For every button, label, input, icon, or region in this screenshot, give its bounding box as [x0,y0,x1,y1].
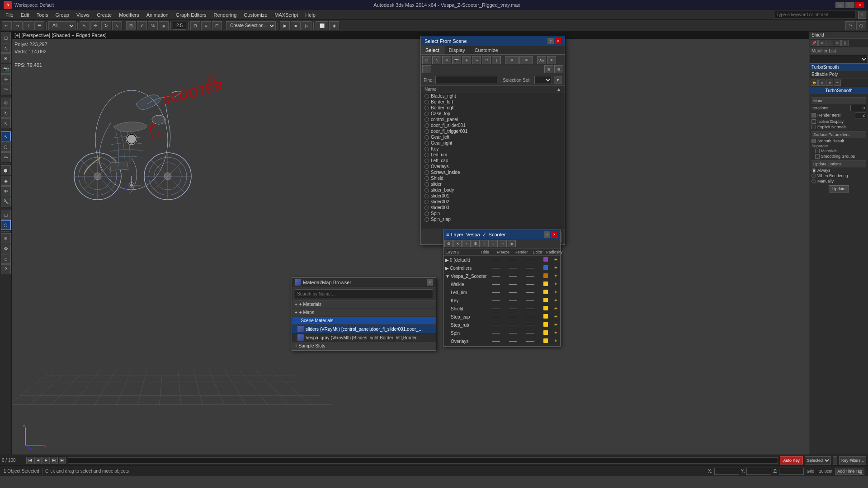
layer-move-up-button[interactable]: ↑ [481,240,489,247]
layer-shield[interactable]: Shield —— —— —— ☀ [443,305,560,313]
mod-lock-button[interactable]: 🔒 [811,80,818,86]
create-spacewarp-button[interactable]: 〜 [1,84,11,94]
explicit-normals-checkbox[interactable] [811,125,816,129]
layer-default[interactable]: ▶ 0 (default) —— —— —— ☀ [443,256,560,264]
render-button[interactable]: ⬜ [316,21,328,30]
layer-manager-button[interactable]: ⊟ [212,21,222,30]
menu-maxscript[interactable]: MAXScript [271,11,302,19]
menu-create[interactable]: Create [93,11,115,19]
align-button[interactable]: ≡ [201,21,211,30]
menu-group[interactable]: Group [52,11,73,19]
z-coord[interactable] [779,468,804,475]
x-coord[interactable] [714,468,739,475]
collapse-button[interactable]: ⊟ [554,65,563,73]
smooth-result-checkbox[interactable] [811,139,816,143]
select-by-name-button[interactable]: ☰ [34,21,44,30]
layer-button[interactable]: ≡ [1,233,11,243]
obj-slider-body[interactable]: slider_body [421,187,565,193]
obj-blades-right[interactable]: Blades_right [421,93,565,99]
filter-frozen-button[interactable]: ❄ [505,56,519,64]
menu-tools[interactable]: Tools [33,11,52,19]
mat-browser-close-button[interactable]: × [427,279,433,286]
snap-button[interactable]: ⊞ [126,21,136,30]
always-radio[interactable] [811,168,816,173]
manually-radio[interactable] [811,179,816,183]
materials-checkbox[interactable] [815,149,820,153]
timeline-track[interactable] [68,457,778,464]
select-object-button[interactable]: ⊹ [24,21,33,30]
mod-history-button[interactable]: ↓ [826,40,833,46]
mat-search-input[interactable] [295,289,433,298]
paint-select-button[interactable]: ✏ [1,152,11,162]
spinner-snap-button[interactable]: ◈ [159,21,169,30]
create-spline-button[interactable]: ∿ [1,43,11,53]
menu-edit[interactable]: Edit [17,11,33,19]
menu-help[interactable]: Help [302,11,319,19]
scale-tool-button[interactable]: ⤡ [1,118,11,128]
obj-border-left[interactable]: Border_left [421,99,565,105]
stop-button[interactable]: ■ [291,21,301,30]
display-tab[interactable]: Display [444,46,470,54]
layer-close-button[interactable]: × [551,231,557,238]
filter-geom-button[interactable]: □ [422,56,431,64]
object-list[interactable]: Blades_right Border_left Border_right Ca… [421,93,565,229]
set-key-button[interactable] [833,456,837,465]
create-geometry-button[interactable]: ◻ [1,33,11,42]
selection-set-options[interactable]: ▼ [554,76,562,84]
obj-slider003[interactable]: slider003 [421,205,565,211]
render-iters-input[interactable] [855,112,866,118]
layer-controllers[interactable]: ▶ Controllers —— —— —— ☀ [443,264,560,272]
curve-editor-button[interactable]: 〜 [845,21,855,30]
when-rendering-radio[interactable] [811,174,816,178]
layer-key[interactable]: Key —— —— —— ☀ [443,296,560,305]
go-to-start-button[interactable]: |◀ [26,457,33,464]
filter-helper-button[interactable]: ✛ [462,56,471,64]
layer-vespa[interactable]: ▼ Vespa_Z_Scooter —— —— —— ☀ [443,272,560,280]
mirror-button[interactable]: ⊡ [190,21,200,30]
rotate-button[interactable]: ↻ [101,21,111,30]
menu-animation[interactable]: Animation [143,11,172,19]
select-scene-help-button[interactable]: ? [547,38,554,44]
layer-step-cap[interactable]: Step_cap —— —— —— ☀ [443,313,560,321]
search-input[interactable] [774,11,855,19]
obj-slider[interactable]: slider [421,181,565,187]
mod-copy-button[interactable]: ⎘ [841,40,849,46]
auto-key-button[interactable]: Auto Key [780,456,803,465]
layer-add-button[interactable]: + [462,240,471,247]
lasso-select-button[interactable]: ⬡ [1,142,11,152]
obj-overlays[interactable]: Overlays [421,164,565,169]
redo-button[interactable]: ↪ [13,21,23,30]
mat-sliders-item[interactable]: sliders (VRayMtl) [control_panel,door_fl… [292,325,436,333]
layer-close-btn2[interactable]: ✕ [453,240,462,247]
maximize-button[interactable]: □ [845,2,854,8]
filter-bone-button[interactable]: | [492,56,501,64]
close-button[interactable]: × [855,2,864,8]
layer-left-cap[interactable]: Left_cap —— —— —— ☀ [443,345,560,346]
modifier-list-dropdown[interactable] [810,55,868,64]
list-view-button[interactable]: ≡ [547,56,556,64]
layer-walkie[interactable]: Walkie —— —— —— ☀ [443,280,560,288]
filter-light-button[interactable]: ☀ [442,56,451,64]
obj-key[interactable]: Key [421,146,565,152]
render-iters-checkbox[interactable] [811,113,816,117]
play-anim-button[interactable]: ▶ [42,457,50,464]
layer-delete-button[interactable]: 🗑 [472,240,480,247]
schematic-button[interactable]: ⬡ [856,21,866,30]
obj-shield[interactable]: Shield [421,175,565,181]
selection-filter[interactable]: Create Selection... [226,21,276,30]
menu-customize[interactable]: Customize [240,11,271,19]
menu-graph-editors[interactable]: Graph Editors [172,11,210,19]
obj-spin[interactable]: Spin [421,211,565,216]
prev-frame-button[interactable]: ◀ [34,457,42,464]
create-camera-button[interactable]: 📷 [1,64,11,74]
mat-section-materials[interactable]: + + Materials [292,300,436,309]
mod-delete-button[interactable]: ✕ [834,40,841,46]
motion-button[interactable]: ◈ [1,176,11,186]
selection-set-dropdown[interactable] [534,76,552,84]
select-scene-close-button[interactable]: × [555,38,561,44]
obj-screws-inside[interactable]: Screws_inside [421,169,565,175]
obj-gear-right[interactable]: Gear_right [421,140,565,146]
obj-case-top[interactable]: Case_top [421,111,565,117]
editablepoly-item[interactable]: Editable Poly [810,71,868,78]
key-filters-button[interactable]: Key Filters... [839,456,866,465]
